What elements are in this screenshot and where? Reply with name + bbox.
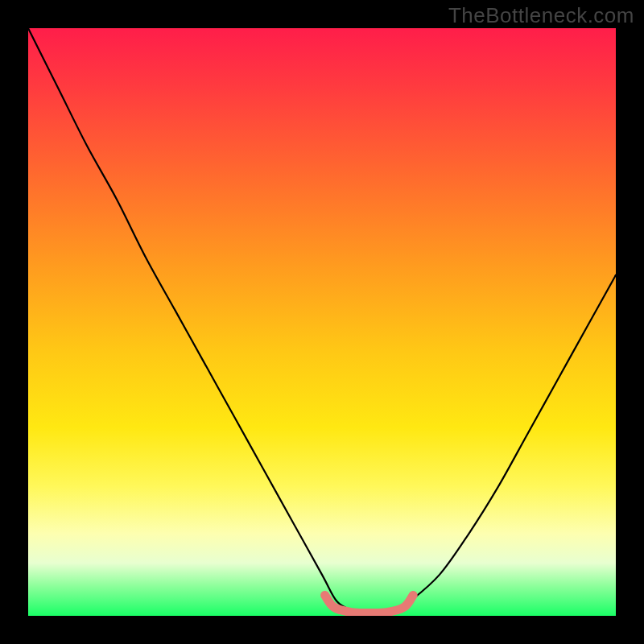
bottom-highlight (325, 595, 414, 613)
plot-area (28, 28, 616, 616)
curve-svg (28, 28, 616, 616)
bottleneck-curve (28, 28, 616, 613)
watermark-text: TheBottleneck.com (448, 3, 634, 28)
chart-frame: TheBottleneck.com (0, 0, 644, 644)
